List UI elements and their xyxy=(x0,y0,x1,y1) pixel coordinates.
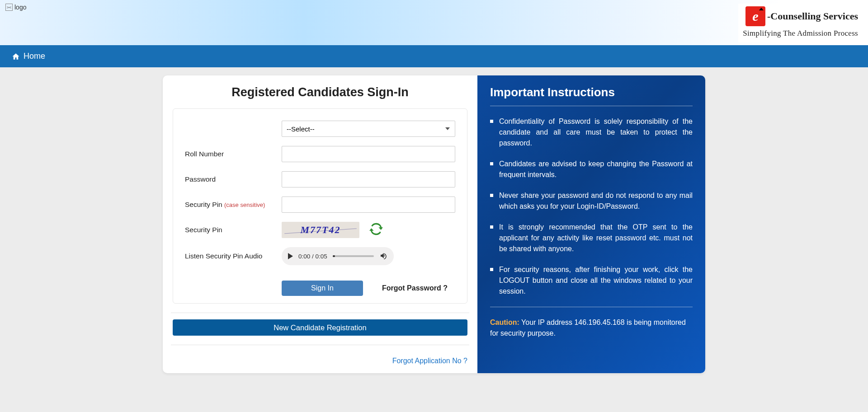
instruction-item: Confidentiality of Password is solely re… xyxy=(490,116,693,149)
audio-progress[interactable] xyxy=(333,255,374,257)
label-roll: Roll Number xyxy=(185,150,275,158)
logo-alt-text: logo xyxy=(14,4,26,11)
instructions-divider-2 xyxy=(490,307,693,307)
home-icon xyxy=(12,52,20,61)
caution-text: Caution: Your IP address 146.196.45.168 … xyxy=(490,317,693,339)
divider xyxy=(171,313,469,313)
label-security-pin-input: Security Pin (case sensitive) xyxy=(185,201,275,209)
label-audio: Listen Security Pin Audio xyxy=(185,252,275,260)
label-security-pin-display: Security Pin xyxy=(185,226,275,234)
refresh-captcha-icon[interactable] xyxy=(369,222,383,238)
service-brand-box: e -Counselling Services Simplifying The … xyxy=(738,4,863,42)
exam-select-wrap: --Select-- xyxy=(282,121,455,137)
instruction-item: For security reasons, after finishing yo… xyxy=(490,264,693,297)
caution-label: Caution: xyxy=(490,318,519,326)
instruction-item: Never share your password and do not res… xyxy=(490,190,693,212)
caution-body: Your IP address 146.196.45.168 is being … xyxy=(490,318,686,337)
nav-bar: Home xyxy=(0,45,868,67)
broken-image-icon xyxy=(5,4,13,11)
brand-tagline: Simplifying The Admission Process xyxy=(743,29,858,38)
roll-number-input[interactable] xyxy=(282,146,455,162)
instruction-item: Candidates are advised to keep changing … xyxy=(490,159,693,180)
logo-broken: logo xyxy=(5,4,26,11)
security-pin-input[interactable] xyxy=(282,197,455,213)
e-counselling-icon: e xyxy=(745,6,765,26)
nav-home[interactable]: Home xyxy=(12,52,45,61)
new-registration-button[interactable]: New Candidate Registration xyxy=(173,319,467,336)
exam-select[interactable]: --Select-- xyxy=(282,121,455,137)
main-card: Registered Candidates Sign-In --Select--… xyxy=(163,75,705,373)
instructions-title: Important Instructions xyxy=(490,85,693,99)
captcha-image: M77T42 xyxy=(282,222,359,238)
instruction-item: It is strongly recommended that the OTP … xyxy=(490,222,693,254)
nav-home-label: Home xyxy=(24,52,45,61)
volume-icon[interactable] xyxy=(379,252,387,261)
signin-form: --Select-- Roll Number Password Security… xyxy=(173,108,467,304)
instructions-list: Confidentiality of Password is solely re… xyxy=(490,116,693,297)
forgot-password-link[interactable]: Forgot Password ? xyxy=(382,284,448,292)
header-band: logo e -Counselling Services Simplifying… xyxy=(0,0,868,45)
signin-panel: Registered Candidates Sign-In --Select--… xyxy=(163,75,477,373)
forgot-application-no-link[interactable]: Forgot Application No ? xyxy=(173,357,467,365)
play-icon[interactable] xyxy=(288,253,293,259)
label-password: Password xyxy=(185,175,275,183)
signin-button[interactable]: Sign In xyxy=(282,281,363,296)
divider-2 xyxy=(171,345,469,345)
audio-player[interactable]: 0:00 / 0:05 xyxy=(282,247,394,265)
instructions-divider xyxy=(490,106,693,106)
password-input[interactable] xyxy=(282,171,455,187)
brand-title: -Counselling Services xyxy=(767,10,858,22)
audio-time: 0:00 / 0:05 xyxy=(298,253,327,260)
signin-title: Registered Candidates Sign-In xyxy=(173,85,467,99)
instructions-panel: Important Instructions Confidentiality o… xyxy=(477,75,705,373)
